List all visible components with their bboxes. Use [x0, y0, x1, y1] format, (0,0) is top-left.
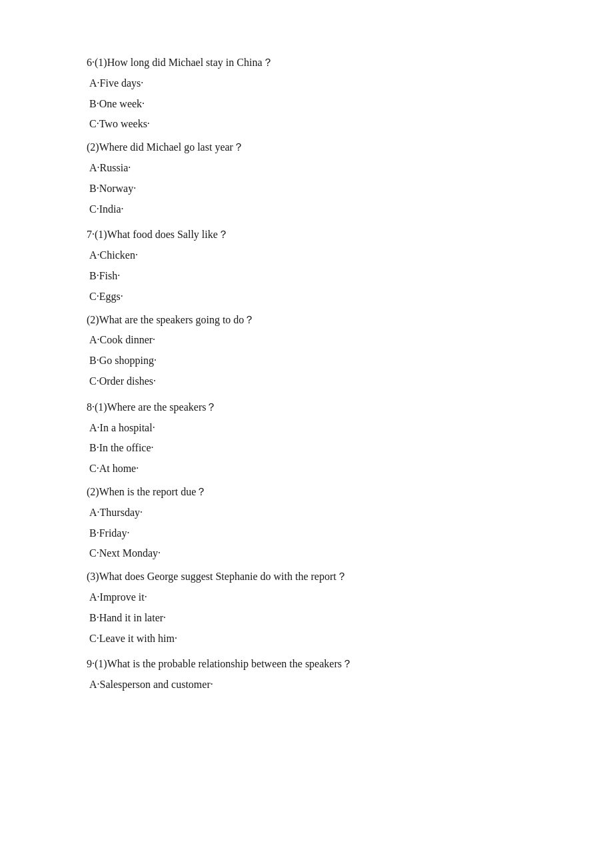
option-letter: A·: [89, 162, 100, 173]
option-text: Chicken·: [100, 249, 138, 261]
option-text: Friday·: [99, 527, 130, 539]
question-text: (2)Where did Michael go last year？: [87, 138, 533, 157]
question-q9: 9·(1)What is the probable relationship b…: [87, 655, 533, 695]
option-a: A·Chicken·: [89, 246, 533, 265]
question-number: 8·(1): [87, 401, 107, 413]
question-body: Where did Michael go last year？: [99, 141, 244, 153]
option-a: A·Five days·: [89, 74, 533, 93]
option-text: Thursday·: [100, 507, 143, 518]
option-letter: A·: [89, 591, 100, 603]
option-letter: A·: [89, 77, 100, 89]
option-c: C·Two weeks·: [89, 115, 533, 134]
sub-question: 8·(1)Where are the speakers？A·In a hospi…: [87, 398, 533, 479]
option-c: C·India·: [89, 200, 533, 219]
option-letter: C·: [89, 463, 99, 474]
sub-label: (2): [87, 141, 99, 153]
option-text: Five days·: [100, 77, 144, 89]
option-text: Russia·: [100, 162, 131, 173]
question-number: 9·(1): [87, 658, 107, 669]
option-text: India·: [99, 203, 124, 215]
question-text: (2)When is the report due？: [87, 483, 533, 502]
option-text: Cook dinner·: [100, 334, 156, 345]
option-text: Leave it with him·: [99, 633, 177, 644]
option-a: A·In a hospital·: [89, 419, 533, 438]
option-c: C·At home·: [89, 459, 533, 479]
option-text: In a hospital·: [100, 422, 155, 433]
option-a: A·Cook dinner·: [89, 331, 533, 350]
question-body: What are the speakers going to do？: [99, 314, 255, 325]
question-text: 8·(1)Where are the speakers？: [87, 398, 533, 417]
sub-question: (3)What does George suggest Stephanie do…: [87, 567, 533, 648]
option-letter: B·: [89, 355, 99, 366]
sub-label: (3): [87, 571, 99, 582]
question-body: When is the report due？: [99, 486, 207, 497]
option-text: Two weeks·: [99, 118, 150, 129]
option-c: C·Order dishes·: [89, 372, 533, 391]
option-b: B·One week·: [89, 95, 533, 114]
option-letter: B·: [89, 270, 99, 281]
option-letter: A·: [89, 334, 100, 345]
question-number: 6·(1): [87, 57, 107, 68]
option-letter: A·: [89, 422, 100, 433]
option-letter: C·: [89, 375, 99, 387]
sub-question: 6·(1)How long did Michael stay in China？…: [87, 53, 533, 134]
option-text: In the office·: [99, 442, 154, 453]
option-letter: C·: [89, 118, 99, 129]
option-letter: C·: [89, 203, 99, 215]
option-b: B·Hand it in later·: [89, 609, 533, 628]
option-text: Eggs·: [99, 291, 123, 302]
option-a: A·Russia·: [89, 159, 533, 178]
option-letter: B·: [89, 183, 99, 194]
question-number: 7·(1): [87, 229, 107, 240]
question-body: How long did Michael stay in China？: [107, 57, 273, 68]
option-c: C·Next Monday·: [89, 544, 533, 563]
option-text: Go shopping·: [99, 355, 157, 366]
option-letter: C·: [89, 291, 99, 302]
option-a: A·Thursday·: [89, 503, 533, 523]
option-letter: B·: [89, 527, 99, 539]
question-body: What does George suggest Stephanie do wi…: [99, 571, 347, 582]
question-text: 9·(1)What is the probable relationship b…: [87, 655, 533, 674]
question-text: 6·(1)How long did Michael stay in China？: [87, 53, 533, 73]
question-body: Where are the speakers？: [107, 401, 217, 413]
option-b: B·Friday·: [89, 524, 533, 543]
option-letter: C·: [89, 633, 99, 644]
option-c: C·Eggs·: [89, 287, 533, 307]
question-body: What food does Sally like？: [107, 229, 229, 240]
content: 6·(1)How long did Michael stay in China？…: [87, 53, 533, 701]
option-b: B·Fish·: [89, 267, 533, 286]
question-body: What is the probable relationship betwee…: [107, 658, 352, 669]
option-text: Fish·: [99, 270, 121, 281]
question-text: (3)What does George suggest Stephanie do…: [87, 567, 533, 587]
option-c: C·Leave it with him·: [89, 629, 533, 649]
sub-question: 7·(1)What food does Sally like？A·Chicken…: [87, 225, 533, 306]
option-text: Salesperson and customer·: [100, 679, 213, 690]
option-letter: A·: [89, 249, 100, 261]
question-text: (2)What are the speakers going to do？: [87, 311, 533, 330]
sub-question: (2)What are the speakers going to do？A·C…: [87, 311, 533, 391]
question-q8: 8·(1)Where are the speakers？A·In a hospi…: [87, 398, 533, 649]
question-text: 7·(1)What food does Sally like？: [87, 225, 533, 245]
option-text: Norway·: [99, 183, 137, 194]
option-letter: A·: [89, 507, 100, 518]
option-a: A·Salesperson and customer·: [89, 675, 533, 695]
option-b: B·Go shopping·: [89, 351, 533, 371]
option-letter: B·: [89, 612, 99, 623]
sub-question: (2)When is the report due？A·Thursday·B·F…: [87, 483, 533, 563]
option-b: B·Norway·: [89, 179, 533, 199]
option-letter: B·: [89, 442, 99, 453]
option-text: At home·: [99, 463, 139, 474]
sub-label: (2): [87, 486, 99, 497]
option-letter: B·: [89, 98, 99, 109]
question-q6: 6·(1)How long did Michael stay in China？…: [87, 53, 533, 219]
option-text: Improve it·: [100, 591, 147, 603]
question-q7: 7·(1)What food does Sally like？A·Chicken…: [87, 225, 533, 391]
option-letter: C·: [89, 547, 99, 559]
option-text: Next Monday·: [99, 547, 161, 559]
sub-question: (2)Where did Michael go last year？A·Russ…: [87, 138, 533, 219]
option-text: Hand it in later·: [99, 612, 166, 623]
sub-question: 9·(1)What is the probable relationship b…: [87, 655, 533, 695]
option-text: Order dishes·: [99, 375, 156, 387]
option-letter: A·: [89, 679, 100, 690]
option-text: One week·: [99, 98, 145, 109]
